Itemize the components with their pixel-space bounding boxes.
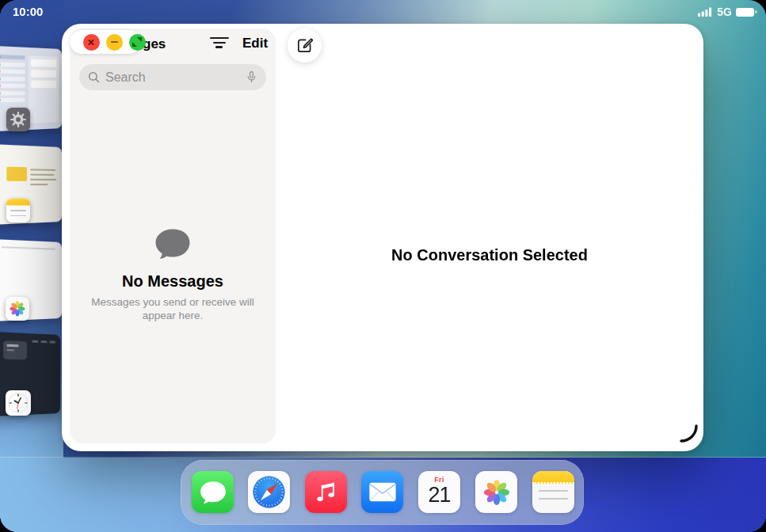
dock-icon-notes[interactable] — [532, 471, 574, 513]
ipad-screen: 10:00 5G — [0, 0, 766, 532]
dock-icon-mail[interactable] — [361, 471, 403, 513]
dock-icon-messages[interactable] — [192, 471, 234, 513]
calendar-day: 21 — [418, 483, 460, 507]
window-title-partial: ges — [143, 36, 166, 52]
status-right-cluster: 5G — [698, 6, 756, 18]
corner-arc-icon[interactable] — [678, 423, 699, 443]
safari-compass-icon — [250, 473, 288, 511]
compose-button[interactable] — [288, 28, 322, 63]
dock-icon-calendar[interactable]: Fri 21 — [418, 471, 460, 513]
dock-icon-music[interactable] — [305, 471, 347, 513]
mail-envelope-icon — [368, 481, 397, 503]
messages-bubble-icon — [200, 481, 227, 504]
status-time: 10:00 — [13, 5, 43, 18]
no-conversation-title: No Conversation Selected — [276, 246, 703, 264]
mic-icon[interactable] — [246, 70, 257, 84]
photos-flower-icon — [6, 297, 29, 321]
square-and-pencil-icon — [295, 36, 314, 55]
empty-state-subtitle: Messages you send or receive will appear… — [90, 295, 255, 322]
traffic-light-pill — [70, 30, 141, 54]
clock-icon — [6, 390, 31, 416]
filter-lines-icon[interactable] — [209, 37, 229, 48]
battery-icon — [736, 8, 754, 17]
messages-window: ges Edit Search — [62, 24, 703, 451]
photos-flower-icon — [479, 475, 514, 510]
notes-icon — [6, 199, 30, 222]
zoom-button[interactable] — [129, 34, 146, 51]
speech-bubble-icon — [154, 228, 191, 260]
edit-button[interactable]: Edit — [242, 36, 268, 51]
dock-icon-safari[interactable] — [248, 471, 290, 513]
network-label: 5G — [717, 6, 732, 18]
empty-state-title: No Messages — [79, 272, 266, 291]
signal-bars-icon — [698, 7, 713, 17]
magnifier-icon — [88, 71, 100, 83]
dock-icon-photos[interactable] — [475, 471, 517, 513]
no-messages-empty-state: No Messages Messages you send or receive… — [79, 228, 266, 322]
gear-icon — [6, 108, 30, 131]
search-input[interactable]: Search — [79, 64, 266, 90]
search-placeholder: Search — [105, 70, 240, 85]
dock: Fri 21 — [181, 460, 584, 525]
close-button[interactable] — [83, 34, 100, 51]
minimize-button[interactable] — [106, 34, 123, 51]
music-note-icon — [314, 480, 339, 505]
